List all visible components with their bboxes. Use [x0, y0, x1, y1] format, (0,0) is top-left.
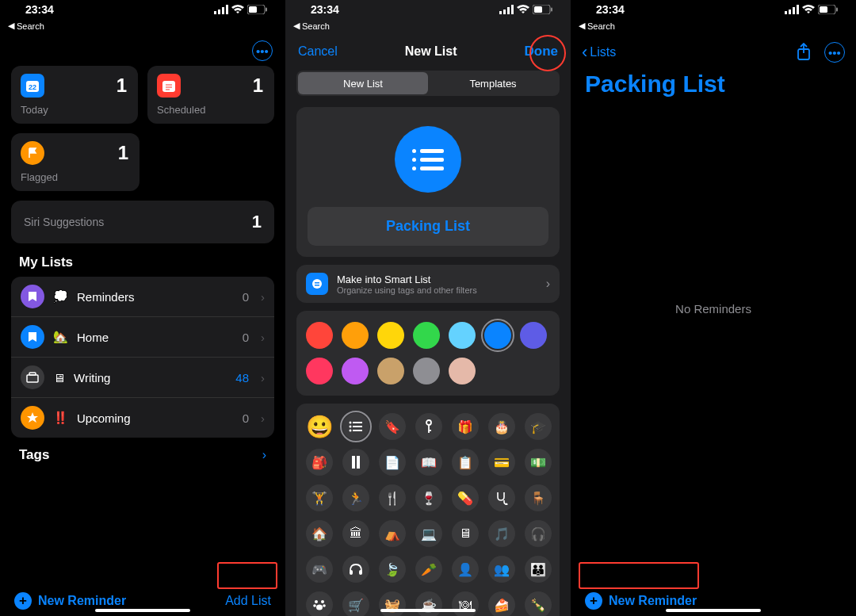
back-to-search[interactable]: ◀Search [0, 19, 285, 36]
segment-templates[interactable]: Templates [428, 72, 558, 94]
new-reminder-button[interactable]: + New Reminder [585, 592, 697, 610]
segment-new-list[interactable]: New List [298, 72, 428, 94]
svg-rect-14 [29, 373, 36, 375]
icon-option[interactable]: 🍷 [415, 484, 442, 511]
icon-option[interactable]: ☕ [415, 591, 442, 616]
icon-option[interactable]: 🏋 [306, 484, 333, 511]
back-to-lists-button[interactable]: ‹ Lists [582, 42, 616, 63]
icon-option[interactable]: 🎒 [306, 449, 333, 476]
list-emoji: 💭 [53, 289, 68, 304]
icon-option[interactable]: 🎵 [488, 520, 515, 547]
new-reminder-button[interactable]: + New Reminder [14, 592, 126, 610]
icon-option[interactable]: 💵 [525, 449, 552, 476]
color-swatch[interactable] [449, 358, 476, 385]
icon-option[interactable]: 🎮 [306, 556, 333, 583]
icon-option[interactable]: 💻 [415, 520, 442, 547]
list-count: 0 [243, 290, 249, 304]
icon-option[interactable] [342, 449, 369, 476]
flagged-card[interactable]: 1 Flagged [11, 133, 139, 191]
color-swatch[interactable] [377, 322, 404, 349]
svg-rect-17 [507, 7, 510, 14]
icon-option[interactable]: 💊 [452, 484, 479, 511]
color-swatch[interactable] [449, 322, 476, 349]
today-card[interactable]: 22 1 Today [11, 66, 138, 124]
icon-option[interactable]: 🪑 [525, 484, 552, 511]
icon-option[interactable]: 🏠 [306, 520, 333, 547]
icon-option[interactable]: 🍾 [525, 591, 552, 616]
icon-option[interactable]: ⛺ [379, 520, 406, 547]
list-row[interactable]: 🖥Writing48› [11, 358, 274, 398]
icon-option[interactable]: 🍰 [488, 591, 515, 616]
icon-option[interactable]: 🏃 [342, 484, 369, 511]
home-indicator[interactable] [666, 609, 761, 612]
icon-option[interactable]: 📖 [415, 449, 442, 476]
icon-option[interactable]: 🍃 [379, 556, 406, 583]
icon-option[interactable]: 📋 [452, 449, 479, 476]
back-to-search[interactable]: ◀Search [571, 19, 856, 36]
color-swatch[interactable] [377, 358, 404, 385]
color-swatch[interactable] [413, 358, 440, 385]
icon-option[interactable] [306, 591, 333, 616]
list-name-input[interactable] [308, 207, 548, 246]
icon-option[interactable] [342, 556, 369, 583]
icon-option[interactable] [342, 413, 369, 440]
svg-rect-13 [27, 375, 38, 382]
icon-option[interactable]: 👪 [525, 556, 552, 583]
calendar-icon: 22 [21, 74, 44, 98]
new-list-screen: 23:34 ◀Search Cancel New List Done New L… [285, 0, 571, 616]
svg-point-31 [426, 420, 431, 425]
color-swatch[interactable] [520, 322, 547, 349]
icon-option[interactable]: 🏛 [342, 520, 369, 547]
icon-option[interactable]: 👤 [452, 556, 479, 583]
empty-state-label: No Reminders [675, 301, 751, 315]
home-indicator[interactable] [380, 609, 476, 612]
icon-option[interactable]: 😀 [306, 413, 333, 440]
color-swatch[interactable] [413, 322, 440, 349]
add-list-button[interactable]: Add List [225, 594, 271, 608]
icon-option[interactable]: 🥕 [415, 556, 442, 583]
new-reminder-label: New Reminder [38, 594, 126, 608]
color-swatch[interactable] [342, 322, 369, 349]
home-indicator[interactable] [95, 609, 190, 612]
icon-option[interactable]: 📄 [379, 449, 406, 476]
svg-rect-16 [503, 10, 506, 14]
wifi-icon [231, 5, 244, 14]
more-options-button[interactable]: ••• [824, 42, 845, 63]
make-smart-list-row[interactable]: Make into Smart List Organize using tags… [296, 265, 560, 303]
cellular-icon [785, 5, 799, 14]
battery-icon [533, 5, 553, 14]
color-swatch[interactable] [306, 322, 333, 349]
color-swatch[interactable] [484, 322, 511, 349]
segment-control[interactable]: New List Templates [296, 71, 560, 96]
icon-option[interactable]: 🖥 [452, 520, 479, 547]
scheduled-card[interactable]: 1 Scheduled [147, 66, 274, 124]
color-swatch[interactable] [306, 358, 333, 385]
color-swatch[interactable] [342, 358, 369, 385]
icon-option[interactable]: 🎓 [525, 413, 552, 440]
icon-option[interactable] [488, 484, 515, 511]
icon-option[interactable]: 🧺 [379, 591, 406, 616]
icon-option[interactable]: 🍽 [452, 591, 479, 616]
icon-option[interactable] [415, 413, 442, 440]
icon-option[interactable]: 💳 [488, 449, 515, 476]
cancel-button[interactable]: Cancel [298, 44, 338, 59]
done-button[interactable]: Done [524, 44, 558, 59]
svg-rect-28 [353, 426, 362, 427]
icon-option[interactable]: 🍴 [379, 484, 406, 511]
list-row[interactable]: 💭Reminders0› [11, 277, 274, 317]
list-row[interactable]: 🏡Home0› [11, 317, 274, 358]
icon-option[interactable]: 🔖 [379, 413, 406, 440]
list-row[interactable]: ‼️Upcoming0› [11, 398, 274, 438]
status-bar: 23:34 [0, 0, 285, 19]
siri-suggestions-row[interactable]: Siri Suggestions 1 [11, 201, 274, 243]
tags-header[interactable]: Tags › [0, 438, 285, 473]
share-button[interactable] [796, 43, 812, 62]
more-options-button[interactable]: ••• [252, 40, 273, 61]
icon-option[interactable]: 👥 [488, 556, 515, 583]
icon-option[interactable]: 🎁 [452, 413, 479, 440]
icon-option[interactable]: 🎂 [488, 413, 515, 440]
icon-option[interactable]: 🎧 [525, 520, 552, 547]
status-time: 23:34 [25, 3, 54, 16]
icon-option[interactable]: 🛒 [342, 591, 369, 616]
back-to-search[interactable]: ◀Search [285, 19, 571, 36]
